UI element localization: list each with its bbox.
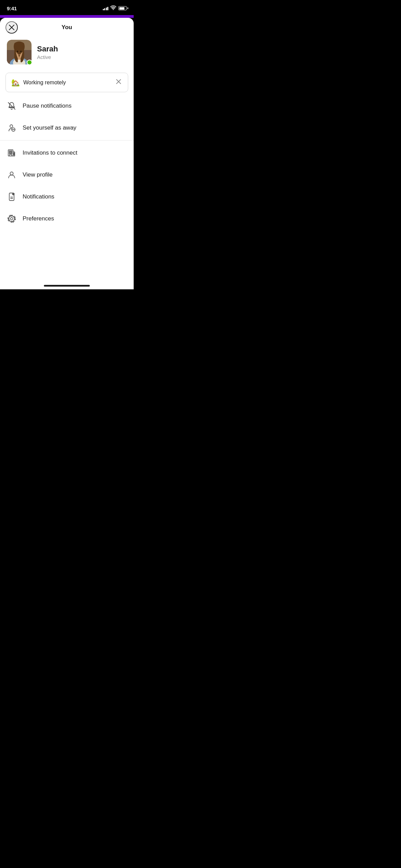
avatar-container[interactable] bbox=[7, 40, 32, 64]
home-indicator bbox=[0, 278, 134, 289]
svg-point-8 bbox=[17, 51, 18, 52]
wifi-icon bbox=[110, 5, 116, 11]
svg-rect-19 bbox=[9, 153, 10, 154]
menu-item-invitations[interactable]: Invitations to connect bbox=[0, 142, 134, 164]
bell-slash-icon bbox=[7, 101, 16, 111]
person-icon bbox=[7, 170, 16, 180]
battery-icon bbox=[118, 6, 127, 10]
status-time: 9:41 bbox=[7, 5, 17, 11]
profile-section: Sarah Active bbox=[0, 37, 134, 71]
signal-icon bbox=[103, 6, 109, 10]
profile-name: Sarah bbox=[37, 45, 58, 53]
home-bar bbox=[44, 285, 90, 287]
accent-bar bbox=[0, 15, 134, 18]
phone-notification-icon bbox=[7, 192, 16, 202]
menu-section: Pause notifications Set yourself as away bbox=[0, 95, 134, 278]
notifications-label: Notifications bbox=[23, 193, 54, 200]
sheet-title: You bbox=[62, 24, 72, 31]
status-input[interactable]: 🏡 Working remotely bbox=[5, 73, 128, 92]
status-bar: 9:41 bbox=[0, 0, 134, 15]
pause-notifications-label: Pause notifications bbox=[23, 103, 72, 109]
svg-point-9 bbox=[20, 51, 22, 52]
svg-rect-23 bbox=[14, 154, 14, 155]
clear-status-button[interactable] bbox=[115, 78, 122, 87]
close-button[interactable] bbox=[5, 21, 18, 34]
svg-point-13 bbox=[10, 125, 13, 128]
building-icon bbox=[7, 148, 16, 158]
bottom-sheet: You bbox=[0, 18, 134, 289]
menu-item-preferences[interactable]: Preferences bbox=[0, 208, 134, 230]
svg-point-30 bbox=[9, 216, 14, 221]
svg-rect-20 bbox=[11, 153, 12, 154]
profile-availability: Active bbox=[37, 54, 58, 60]
svg-rect-22 bbox=[14, 153, 14, 154]
status-icons bbox=[103, 5, 127, 11]
invitations-label: Invitations to connect bbox=[23, 149, 77, 156]
sheet-header: You bbox=[0, 18, 134, 37]
divider-1 bbox=[0, 140, 134, 141]
svg-point-29 bbox=[11, 218, 13, 220]
online-status-dot bbox=[27, 60, 32, 65]
status-text: Working remotely bbox=[23, 80, 111, 86]
svg-point-24 bbox=[10, 172, 13, 175]
svg-point-26 bbox=[12, 193, 15, 195]
svg-rect-17 bbox=[9, 151, 10, 152]
set-away-label: Set yourself as away bbox=[23, 124, 76, 131]
svg-rect-18 bbox=[11, 151, 12, 152]
menu-item-notifications[interactable]: Notifications bbox=[0, 186, 134, 208]
person-away-icon bbox=[7, 123, 16, 133]
svg-rect-21 bbox=[10, 154, 12, 156]
menu-item-pause-notifications[interactable]: Pause notifications bbox=[0, 95, 134, 117]
status-emoji: 🏡 bbox=[11, 79, 20, 87]
menu-item-view-profile[interactable]: View profile bbox=[0, 164, 134, 186]
profile-info: Sarah Active bbox=[37, 45, 58, 60]
preferences-label: Preferences bbox=[23, 215, 54, 222]
gear-icon bbox=[7, 214, 16, 224]
view-profile-label: View profile bbox=[23, 171, 53, 178]
menu-item-set-away[interactable]: Set yourself as away bbox=[0, 117, 134, 139]
